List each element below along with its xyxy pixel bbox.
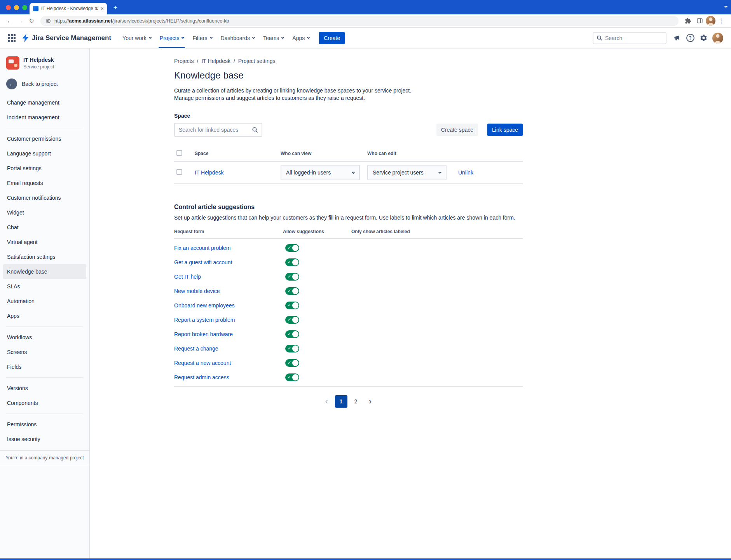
- request-form-link[interactable]: Onboard new employees: [174, 302, 235, 309]
- tab-search-chevron-icon[interactable]: [725, 3, 727, 10]
- request-form-row: Fix an account problem ✓: [174, 241, 523, 255]
- back-button[interactable]: ←: [5, 16, 15, 26]
- allow-suggestions-toggle[interactable]: ✓: [285, 345, 299, 352]
- sidebar-item-customer-notifications[interactable]: Customer notifications: [3, 190, 86, 205]
- sidebar-item-automation[interactable]: Automation: [3, 294, 86, 309]
- sidebar-item-screens[interactable]: Screens: [3, 345, 86, 359]
- url-bar[interactable]: https://acme.atlassian.net/jira/serviced…: [40, 16, 679, 26]
- linked-spaces-search-box[interactable]: [174, 123, 262, 137]
- sidebar-item-notifications[interactable]: Notifications: [3, 447, 86, 450]
- close-tab-icon[interactable]: ×: [101, 6, 104, 11]
- linked-spaces-search-input[interactable]: [179, 127, 252, 133]
- browser-profile-avatar[interactable]: [706, 16, 715, 26]
- user-avatar[interactable]: [712, 33, 723, 44]
- help-icon[interactable]: ?: [684, 32, 697, 44]
- who-can-edit-select[interactable]: Service project users: [367, 165, 447, 180]
- request-form-link[interactable]: Request a new account: [174, 360, 231, 366]
- nav-item-apps[interactable]: Apps: [288, 28, 314, 48]
- allow-suggestions-toggle[interactable]: ✓: [285, 302, 299, 309]
- browser-tab[interactable]: IT Helpdesk - Knowledge base ×: [30, 3, 107, 14]
- check-icon: ✓: [288, 375, 291, 380]
- announcements-icon[interactable]: [670, 32, 684, 44]
- toggle-knob: [292, 274, 298, 280]
- check-icon: ✓: [288, 260, 291, 265]
- link-space-button[interactable]: Link space: [487, 124, 523, 136]
- request-form-link[interactable]: Report broken hardware: [174, 331, 233, 337]
- sidebar-item-permissions[interactable]: Permissions: [3, 417, 86, 432]
- browser-menu-icon[interactable]: ⋮: [716, 16, 726, 26]
- new-tab-button[interactable]: +: [110, 3, 120, 13]
- breadcrumb-project-settings[interactable]: Project settings: [238, 58, 276, 64]
- zoom-window-button[interactable]: [22, 5, 27, 10]
- reload-button[interactable]: ↻: [26, 16, 37, 26]
- allow-suggestions-toggle[interactable]: ✓: [285, 330, 299, 338]
- nav-item-projects[interactable]: Projects: [155, 28, 188, 48]
- sidebar-item-versions[interactable]: Versions: [3, 381, 86, 396]
- select-all-checkbox[interactable]: [176, 150, 182, 156]
- breadcrumb-projects[interactable]: Projects: [174, 58, 194, 64]
- page-2-button[interactable]: 2: [350, 395, 362, 408]
- sidebar-item-change-management[interactable]: Change management: [3, 95, 86, 110]
- sidebar-item-email-requests[interactable]: Email requests: [3, 176, 86, 190]
- row-checkbox[interactable]: [176, 169, 182, 175]
- sidebar-item-workflows[interactable]: Workflows: [3, 330, 86, 345]
- sidebar-item-components[interactable]: Components: [3, 396, 86, 410]
- allow-suggestions-toggle[interactable]: ✓: [285, 273, 299, 281]
- request-form-link[interactable]: Fix an account problem: [174, 245, 231, 251]
- breadcrumb-separator: /: [197, 58, 199, 64]
- site-info-icon[interactable]: [45, 16, 51, 26]
- unlink-button[interactable]: Unlink: [458, 169, 473, 176]
- request-form-link[interactable]: Report a system problem: [174, 317, 235, 323]
- create-space-button[interactable]: Create space: [436, 124, 478, 136]
- request-form-link[interactable]: Get a guest wifi account: [174, 259, 232, 265]
- forward-button[interactable]: →: [16, 16, 26, 26]
- sidebar-item-apps[interactable]: Apps: [3, 309, 86, 323]
- global-search-input[interactable]: [605, 35, 663, 41]
- close-window-button[interactable]: [6, 5, 11, 10]
- allow-suggestions-toggle[interactable]: ✓: [285, 316, 299, 324]
- sidebar-item-chat[interactable]: Chat: [3, 220, 86, 235]
- settings-gear-icon[interactable]: [697, 32, 710, 44]
- request-form-link[interactable]: Get IT help: [174, 274, 201, 280]
- back-to-project-button[interactable]: ← Back to project: [0, 75, 89, 93]
- request-form-link[interactable]: Request admin access: [174, 374, 229, 380]
- create-button[interactable]: Create: [319, 32, 345, 44]
- next-page-icon[interactable]: ›: [365, 395, 376, 408]
- app-switcher-icon[interactable]: [5, 32, 18, 44]
- sidebar-item-slas[interactable]: SLAs: [3, 279, 86, 294]
- allow-suggestions-toggle[interactable]: ✓: [285, 359, 299, 367]
- sidebar-item-widget[interactable]: Widget: [3, 205, 86, 220]
- request-form-link[interactable]: New mobile device: [174, 288, 220, 294]
- request-form-link[interactable]: Request a change: [174, 345, 218, 352]
- window-controls: [6, 5, 27, 10]
- page-1-button[interactable]: 1: [335, 395, 347, 408]
- extensions-icon[interactable]: [682, 16, 693, 26]
- who-can-view-select[interactable]: All logged-in users: [281, 165, 360, 180]
- check-icon: ✓: [288, 274, 291, 279]
- global-search-box[interactable]: [593, 32, 666, 44]
- allow-suggestions-toggle[interactable]: ✓: [285, 287, 299, 295]
- sidebar-item-customer-permissions[interactable]: Customer permissions: [3, 131, 86, 146]
- sidebar-item-incident-management[interactable]: Incident management: [3, 110, 86, 125]
- breadcrumb-it-helpdesk[interactable]: IT Helpdesk: [201, 58, 230, 64]
- space-link[interactable]: IT Helpdesk: [195, 169, 223, 176]
- sidebar-item-issue-security[interactable]: Issue security: [3, 432, 86, 447]
- side-panel-icon[interactable]: [694, 16, 705, 26]
- allow-suggestions-toggle[interactable]: ✓: [285, 258, 299, 266]
- sidebar-item-knowledge-base[interactable]: Knowledge base: [3, 264, 86, 279]
- nav-item-filters[interactable]: Filters: [188, 28, 216, 48]
- sidebar-item-satisfaction-settings[interactable]: Satisfaction settings: [3, 249, 86, 264]
- sidebar-item-portal-settings[interactable]: Portal settings: [3, 161, 86, 176]
- primary-nav: Your workProjectsFiltersDashboardsTeamsA…: [118, 28, 314, 48]
- nav-item-dashboards[interactable]: Dashboards: [216, 28, 259, 48]
- allow-suggestions-toggle[interactable]: ✓: [285, 244, 299, 252]
- nav-item-your-work[interactable]: Your work: [118, 28, 155, 48]
- sidebar-item-virtual-agent[interactable]: Virtual agent: [3, 235, 86, 249]
- minimize-window-button[interactable]: [14, 5, 19, 10]
- sidebar-item-language-support[interactable]: Language support: [3, 146, 86, 161]
- toggle-knob: [292, 331, 298, 337]
- sidebar-item-fields[interactable]: Fields: [3, 359, 86, 374]
- nav-item-teams[interactable]: Teams: [259, 28, 288, 48]
- jira-logo[interactable]: Jira Service Management: [22, 33, 111, 42]
- allow-suggestions-toggle[interactable]: ✓: [285, 373, 299, 381]
